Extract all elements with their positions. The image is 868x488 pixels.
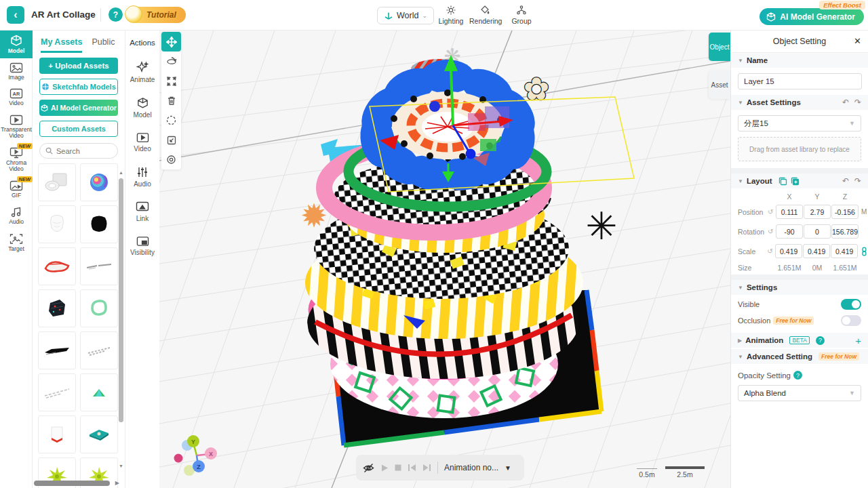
asset-thumbnail[interactable] (80, 289, 118, 327)
focus-tool-button[interactable] (161, 110, 181, 130)
settings-section-header[interactable]: ▼ Settings (731, 280, 868, 295)
close-icon[interactable]: ✕ (854, 36, 861, 46)
move-tool-button[interactable] (161, 32, 181, 52)
scale-tool-button[interactable] (161, 71, 181, 91)
asset-thumbnail[interactable] (38, 415, 76, 453)
add-animation-icon[interactable]: + (855, 335, 861, 346)
scrollbar-thumb[interactable] (34, 481, 110, 486)
rail-item-chroma-video[interactable]: NEW Chroma Video (0, 143, 33, 176)
orientation-gizmo[interactable]: Y X Z (174, 435, 218, 476)
step-back-button[interactable] (408, 464, 416, 472)
scale-y-input[interactable] (803, 244, 830, 258)
lighting-button[interactable]: Lighting (435, 4, 467, 25)
position-x-input[interactable] (776, 205, 803, 219)
link-scale-icon[interactable] (861, 247, 868, 256)
animation-section-header[interactable]: ▶ Animation BETA ? + (731, 333, 868, 348)
undo-icon[interactable]: ↶ (842, 176, 849, 186)
asset-thumbnail[interactable] (38, 289, 76, 327)
rotation-x-input[interactable] (776, 224, 803, 239)
opacity-select[interactable]: Alpha Blend ▼ (738, 385, 861, 401)
fit-tool-button[interactable] (161, 130, 181, 150)
asset-thumbnail[interactable] (38, 331, 76, 369)
preview-hidden-icon[interactable] (363, 463, 374, 473)
scrollbar-thumb[interactable] (119, 178, 123, 422)
back-button[interactable]: ‹ (7, 6, 24, 24)
rotation-y-input[interactable] (804, 224, 831, 239)
animation-select[interactable]: Animation no... (444, 463, 498, 472)
asset-settings-header[interactable]: ▼ Asset Settings ↶↷ (731, 95, 868, 110)
custom-assets-button[interactable]: Custom Assets (39, 121, 118, 137)
asset-thumbnail[interactable] (80, 415, 118, 453)
position-z-input[interactable] (831, 205, 859, 219)
scroll-right-icon[interactable]: ▶ (115, 480, 119, 486)
tutorial-button[interactable]: Tutorial (129, 7, 186, 23)
asset-thumbnail[interactable] (38, 247, 76, 285)
undo-icon[interactable]: ↶ (842, 98, 849, 107)
copy-icon[interactable] (778, 177, 787, 186)
action-link[interactable]: Link (125, 201, 159, 222)
flower-shape[interactable]: ✿ (524, 71, 550, 106)
rotate-tool-button[interactable] (161, 52, 181, 71)
asset-thumbnail[interactable] (80, 373, 118, 411)
chevron-down-icon[interactable]: ▼ (505, 464, 511, 472)
vertical-scrollbar[interactable]: ▲ ▼ (119, 170, 123, 468)
search-input[interactable] (56, 147, 111, 155)
paste-plus-icon[interactable] (791, 177, 800, 186)
layout-section-header[interactable]: ▼ Layout ↶↷ (731, 174, 868, 188)
asset-thumbnail[interactable] (80, 331, 118, 369)
asset-thumbnail[interactable] (38, 205, 76, 243)
tab-object[interactable]: Object (709, 33, 730, 61)
rail-item-image[interactable]: Image (0, 58, 33, 85)
viewport-3d[interactable]: ❋ ✿ ✳ ✹ (159, 30, 730, 488)
step-forward-button[interactable] (422, 464, 431, 472)
action-visibility[interactable]: Visibility (125, 236, 159, 256)
name-section-header[interactable]: ▼ Name (731, 53, 868, 68)
eye-tool-button[interactable] (161, 150, 181, 169)
help-icon[interactable]: ? (793, 371, 802, 380)
sketchfab-models-button[interactable]: Sketchfab Models (39, 79, 118, 95)
asset-select[interactable]: 分层15 ▼ (738, 115, 861, 131)
world-mode-dropdown[interactable]: World ⌄ (377, 7, 434, 24)
upload-assets-button[interactable]: + Upload Assets (39, 58, 118, 74)
redo-icon[interactable]: ↷ (854, 98, 861, 107)
rail-item-model[interactable]: Model (0, 30, 33, 58)
ai-model-generator-side-button[interactable]: AI Model Generator (39, 100, 118, 116)
scroll-down-icon[interactable]: ▼ (119, 464, 123, 468)
action-animate[interactable]: Animate (125, 60, 159, 83)
advanced-section-header[interactable]: ▼ Advanced Setting Free for Now (731, 349, 868, 364)
tab-asset[interactable]: Asset (709, 70, 730, 99)
reset-icon[interactable]: ↺ (768, 208, 776, 216)
stop-button[interactable] (395, 464, 401, 471)
reset-icon[interactable]: ↺ (768, 228, 776, 235)
help-icon[interactable]: ? (108, 7, 123, 22)
rail-item-target[interactable]: Target (0, 229, 33, 256)
reset-icon[interactable]: ↺ (767, 247, 775, 255)
occlusion-toggle[interactable] (841, 315, 861, 326)
asset-thumbnail[interactable] (38, 373, 76, 411)
action-model[interactable]: Model (125, 97, 159, 119)
rail-item-video[interactable]: AR Video (0, 84, 33, 110)
position-y-input[interactable] (804, 205, 831, 219)
delete-tool-button[interactable] (161, 91, 181, 110)
action-video[interactable]: Video (125, 132, 159, 152)
group-button[interactable]: Group (506, 4, 537, 25)
tab-public[interactable]: Public (92, 37, 115, 53)
scene-canvas[interactable]: ❋ ✿ ✳ ✹ (159, 30, 730, 488)
name-input[interactable] (738, 73, 862, 89)
asset-thumbnail[interactable] (80, 163, 118, 201)
scale-x-input[interactable] (775, 244, 802, 258)
tab-my-assets[interactable]: My Assets (41, 37, 82, 53)
action-audio[interactable]: Audio (125, 166, 159, 188)
play-button[interactable] (380, 464, 389, 472)
horizontal-scrollbar[interactable]: ▶ (34, 481, 119, 486)
scale-z-input[interactable] (831, 244, 858, 258)
redo-icon[interactable]: ↷ (854, 176, 861, 186)
asset-thumbnail[interactable] (80, 205, 118, 243)
visible-toggle[interactable] (841, 299, 861, 310)
asset-thumbnail[interactable] (38, 163, 76, 201)
ai-model-generator-button[interactable]: AI Model Generator (760, 8, 864, 25)
rotation-z-input[interactable] (831, 224, 859, 239)
asset-thumbnail[interactable] (80, 247, 118, 285)
rail-item-transparent-video[interactable]: Transparent Video (0, 110, 33, 143)
rendering-button[interactable]: Rendering (469, 4, 500, 25)
